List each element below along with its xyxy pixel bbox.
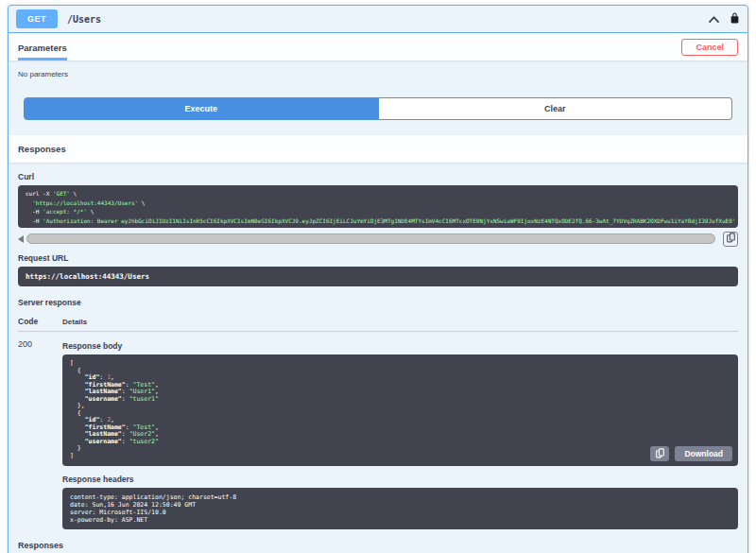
response-body-json: [ { "id": 1, "firstName": "Test", "lastN…: [62, 354, 738, 466]
response-headers-value: content-type: application/json; charset=…: [62, 488, 738, 529]
http-method-badge: GET: [16, 9, 58, 28]
operation-block-get-users: GET /Users Parameters Cancel No paramete…: [8, 5, 748, 553]
lock-closed-icon: [730, 11, 740, 27]
clipboard-icon: [656, 447, 664, 461]
response-body-label: Response body: [62, 341, 738, 351]
chevron-up-icon: [708, 12, 720, 26]
collapse-button[interactable]: [708, 12, 720, 26]
curl-command[interactable]: curl -X 'GET' \ 'https://localhost:44343…: [18, 185, 738, 228]
horizontal-scrollbar[interactable]: [26, 233, 715, 244]
execute-wrapper: Execute Clear: [9, 94, 747, 135]
responses-section-header: Responses: [9, 135, 747, 163]
tab-parameters[interactable]: Parameters: [18, 34, 67, 60]
request-url-label: Request URL: [18, 253, 738, 263]
cancel-button[interactable]: Cancel: [681, 39, 738, 56]
server-response-row: 200 Response body [ { "id": 1, "firstNam…: [18, 332, 738, 529]
parameters-body: No parameters Execute Clear: [9, 60, 747, 135]
endpoint-path: /Users: [67, 14, 708, 25]
column-header-details: Details: [62, 318, 738, 326]
server-response-label: Server response: [18, 298, 738, 307]
server-response-table-header: Code Details: [18, 317, 738, 332]
curl-label: Curl: [18, 172, 738, 181]
responses-content: Curl curl -X 'GET' \ 'https://localhost:…: [9, 163, 747, 553]
no-parameters-message: No parameters: [9, 60, 747, 94]
copy-curl-button[interactable]: [723, 232, 738, 247]
response-body-controls: Download: [650, 446, 732, 461]
copy-response-button[interactable]: [650, 446, 669, 461]
scroll-left-arrow-icon[interactable]: [18, 235, 24, 243]
documented-responses-label: Responses: [18, 541, 738, 550]
summary-controls: [708, 11, 740, 27]
response-headers-label: Response headers: [62, 475, 738, 484]
column-header-code: Code: [18, 317, 62, 326]
response-body-wrap: [ { "id": 1, "firstName": "Test", "lastN…: [62, 354, 738, 466]
status-code: 200: [18, 337, 62, 529]
clipboard-icon: [727, 232, 735, 246]
clear-button[interactable]: Clear: [379, 97, 733, 120]
auth-lock-button[interactable]: [730, 11, 740, 27]
curl-scrollbar-row: [18, 232, 738, 246]
operation-summary[interactable]: GET /Users: [9, 6, 747, 33]
response-details-cell: Response body [ { "id": 1, "firstName": …: [62, 337, 738, 529]
parameters-section-header: Parameters Cancel: [9, 33, 747, 60]
execute-button[interactable]: Execute: [24, 97, 379, 120]
responses-section-title: Responses: [18, 136, 66, 162]
request-url-value: https://localhost:44343/Users: [18, 267, 738, 286]
download-button[interactable]: Download: [675, 446, 732, 461]
